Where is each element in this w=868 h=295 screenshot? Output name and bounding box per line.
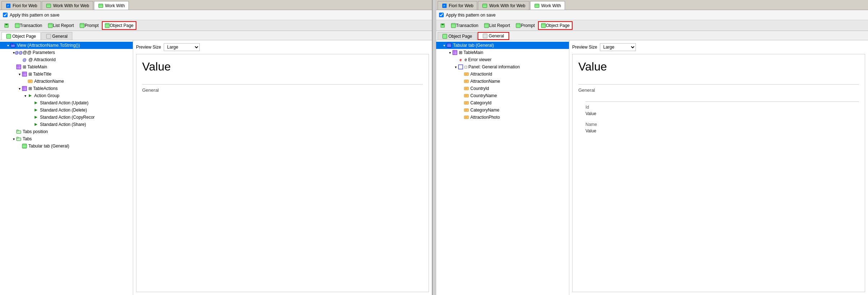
right-tree-field-categoryid[interactable]: CategoryId — [436, 99, 569, 106]
left-preview-size-select[interactable]: Large Medium Small — [164, 43, 200, 51]
left-tab-workwithweb-label: Work With for Web — [53, 3, 89, 8]
workwith-icon — [98, 3, 104, 9]
right-tab-workwithweb[interactable]: Work With for Web — [478, 1, 529, 10]
svg-rect-45 — [483, 4, 487, 8]
left-toolbar-prompt[interactable]: Prompt — [77, 21, 101, 30]
right-tree-field-attractionphoto[interactable]: AttractionPhoto — [436, 114, 569, 121]
svg-rect-59 — [443, 34, 447, 38]
right-tree-panel[interactable]: ▾ □ Panel: General information — [436, 63, 569, 71]
left-toolbar-objectpage-label: Object Page — [110, 23, 134, 28]
tabsposition-icon — [16, 129, 22, 135]
tree-item-actiongroup[interactable]: ▾ Action Group — [0, 92, 133, 99]
svg-rect-42 — [22, 145, 27, 148]
tree-item-action-copy[interactable]: Standard Action (CopyRecor — [0, 114, 133, 121]
at-icon: @ — [22, 57, 27, 63]
right-tree-errorviewer[interactable]: e e Error viewer — [436, 56, 569, 63]
right-preview-size-select[interactable]: Large Medium Small — [600, 43, 636, 51]
action-delete-icon — [33, 107, 39, 113]
right-field-id-value: Value — [586, 111, 596, 116]
right-tree-field-countryname-label: CountryName — [470, 93, 497, 98]
svg-rect-79 — [464, 101, 469, 104]
tree-item-tablemain[interactable]: ⊞ TableMain — [0, 63, 133, 71]
right-toolbar-save[interactable] — [438, 21, 448, 30]
right-toolbar: Transaction List Report Prompt Object Pa… — [436, 20, 868, 31]
table-main-icon — [16, 64, 22, 70]
right-tree-field-countryname[interactable]: CountryName — [436, 92, 569, 99]
right-apply-checkbox[interactable] — [439, 13, 444, 17]
left-toolbar-listreport[interactable]: List Report — [45, 21, 76, 30]
right-tablemain-icon — [452, 50, 458, 55]
left-subtab-general-label: General — [52, 34, 68, 39]
right-top-tabs: F Fiori for Web Work With for Web Work W… — [436, 0, 868, 10]
tree-item-action-delete[interactable]: Standard Action (Delete) — [0, 106, 133, 114]
left-toolbar-listreport-label: List Report — [53, 23, 74, 28]
svg-marker-36 — [35, 123, 37, 126]
right-tree-tabulartab[interactable]: ▾ Tabular tab (General) — [436, 42, 569, 49]
left-toolbar-objectpage[interactable]: Object Page — [102, 21, 136, 30]
left-preview-general: General — [142, 87, 423, 93]
left-tab-fiori[interactable]: F Fiori for Web — [1, 1, 41, 10]
tree-item-tabsposition[interactable]: Tabs position — [0, 128, 133, 135]
left-apply-checkbox[interactable] — [3, 13, 8, 17]
tree-item-parameters[interactable]: ▾ @@ @@ Parameters — [0, 49, 133, 56]
tree-item-view[interactable]: ▾ View (AttractionName.ToString()) — [0, 42, 133, 49]
left-preview-body: Value General — [136, 54, 429, 292]
right-tree-field-attractionname[interactable]: AttractionName — [436, 78, 569, 85]
right-tab-fiori[interactable]: F Fiori for Web — [438, 1, 477, 10]
panel-icon — [458, 64, 464, 70]
field-aphoto-icon — [464, 114, 469, 120]
right-subtab-general[interactable]: General — [478, 32, 509, 40]
tabs-icon — [16, 136, 22, 142]
tree-item-tabulartab[interactable]: Tabular tab (General) — [0, 142, 133, 150]
svg-marker-33 — [35, 101, 37, 104]
action-share-icon — [33, 122, 39, 127]
field-aid-icon — [464, 71, 469, 77]
right-tree-field-countryid[interactable]: CountryId — [436, 85, 569, 92]
left-toolbar-save[interactable] — [1, 21, 12, 30]
tree-item-action-share[interactable]: Standard Action (Share) — [0, 121, 133, 128]
svg-rect-66 — [458, 65, 463, 69]
left-subtab-objectpage[interactable]: Object Page — [1, 32, 41, 40]
svg-rect-53 — [484, 23, 489, 28]
left-tab-workwith-label: Work With — [105, 3, 125, 8]
right-tree-field-categoryname[interactable]: CategoryName — [436, 106, 569, 114]
field-catid-icon — [464, 100, 469, 106]
right-tree-field-attractionphoto-label: AttractionPhoto — [470, 115, 500, 120]
right-toolbar-objectpage-label: Object Page — [546, 23, 570, 28]
tree-item-attractionid-label: @ AttractionId — [28, 57, 56, 62]
left-subtab-general[interactable]: General — [41, 32, 72, 40]
tree-item-action-copy-label: Standard Action (CopyRecor — [40, 115, 95, 120]
left-apply-label: Apply this pattern on save — [10, 13, 59, 18]
right-preview-size-label: Preview Size — [572, 45, 597, 50]
right-field-name-value: Value — [586, 128, 596, 133]
right-toolbar-listreport[interactable]: List Report — [482, 21, 512, 30]
tree-item-tableactions[interactable]: ▾ ⊞ TableActions — [0, 85, 133, 92]
actiongroup-icon — [27, 93, 33, 99]
left-tab-workwith[interactable]: Work With — [94, 1, 129, 10]
right-field-id-label: Id — [586, 105, 589, 110]
right-tree-panel-label: □ Panel: General information — [465, 64, 520, 69]
right-tree-field-attractionid[interactable]: AttractionId — [436, 71, 569, 78]
svg-rect-26 — [28, 80, 32, 83]
tree-item-attractionid[interactable]: @ @ AttractionId — [0, 56, 133, 63]
right-toolbar-prompt[interactable]: Prompt — [513, 21, 537, 30]
left-tab-workwithweb[interactable]: Work With for Web — [42, 1, 93, 10]
svg-rect-19 — [11, 44, 13, 45]
field-cid-icon — [464, 86, 469, 91]
right-toolbar-objectpage[interactable]: Object Page — [538, 21, 573, 30]
main-layout: F Fiori for Web Work With for Web Work W… — [0, 0, 868, 295]
right-toolbar-transaction[interactable]: Transaction — [448, 21, 481, 30]
right-tab-workwith[interactable]: Work With — [530, 1, 565, 10]
right-apply-label: Apply this pattern on save — [446, 13, 496, 18]
right-tree-field-categoryid-label: CategoryId — [470, 100, 492, 105]
tree-item-action-update[interactable]: Standard Action (Update) — [0, 99, 133, 106]
tree-item-attractionname[interactable]: AttractionName — [0, 78, 133, 85]
left-tree-pane: ▾ View (AttractionName.ToString()) ▾ @@ … — [0, 40, 133, 295]
tree-item-tabs[interactable]: ▾ Tabs — [0, 135, 133, 142]
right-subtab-objectpage[interactable]: Object Page — [438, 32, 477, 40]
left-toolbar-transaction[interactable]: Transaction — [12, 21, 45, 30]
tree-item-tabletitle[interactable]: ▾ ⊞ TableTitle — [0, 71, 133, 78]
right-tree-tablemain[interactable]: ▾ ⊞ TableMain — [436, 49, 569, 56]
right-field-row-id: Id — [586, 105, 859, 110]
svg-rect-2 — [46, 4, 51, 8]
